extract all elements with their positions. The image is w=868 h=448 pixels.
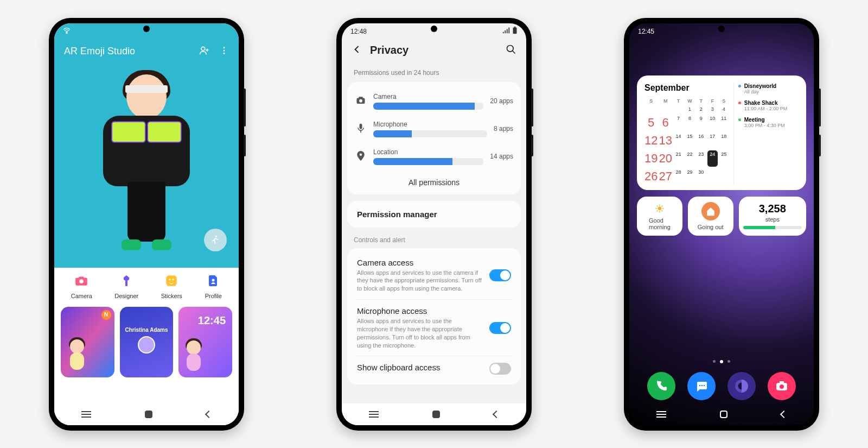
contact-name: Christina Adams bbox=[125, 327, 168, 333]
svg-point-19 bbox=[360, 153, 362, 156]
toggle-switch[interactable] bbox=[489, 322, 511, 334]
svg-point-26 bbox=[780, 384, 784, 389]
app-title: AR Emoji Studio bbox=[64, 46, 199, 57]
perm-row-location[interactable]: Location 14 apps bbox=[355, 143, 513, 171]
svg-rect-12 bbox=[513, 28, 517, 34]
messages-icon[interactable] bbox=[687, 372, 716, 400]
permission-manager[interactable]: Permission manager bbox=[347, 201, 521, 228]
nav-back[interactable] bbox=[205, 410, 213, 418]
toggle-switch[interactable] bbox=[489, 363, 511, 375]
perm-bar-fill bbox=[373, 130, 412, 137]
tool-camera[interactable]: Camera bbox=[71, 272, 92, 299]
svg-point-5 bbox=[215, 235, 217, 237]
svg-point-4 bbox=[224, 52, 225, 54]
template-card-2[interactable]: Christina Adams bbox=[120, 307, 174, 377]
toggle-switch[interactable] bbox=[489, 269, 511, 281]
svg-point-6 bbox=[79, 279, 84, 283]
svg-point-14 bbox=[507, 45, 514, 52]
template-card-1[interactable]: N bbox=[61, 307, 114, 377]
profile-icon bbox=[205, 272, 222, 289]
perm-name: Location bbox=[373, 148, 483, 156]
volume-button[interactable] bbox=[244, 89, 246, 127]
power-button[interactable] bbox=[819, 135, 821, 156]
perm-row-microphone[interactable]: Microphone 8 apps bbox=[355, 115, 513, 143]
svg-point-9 bbox=[169, 279, 170, 280]
steps-widget[interactable]: 3,258 steps bbox=[739, 197, 806, 236]
calendar-event[interactable]: DisneyworldAll day bbox=[738, 83, 799, 94]
nav-recent[interactable] bbox=[656, 414, 666, 415]
perm-row-camera[interactable]: Camera 20 apps bbox=[355, 87, 513, 115]
tool-designer[interactable]: Designer bbox=[114, 272, 138, 299]
power-button[interactable] bbox=[244, 135, 246, 156]
permission-usage-card: Camera 20 apps Microphone 8 apps Locatio… bbox=[347, 82, 521, 194]
svg-point-16 bbox=[359, 99, 362, 102]
svg-point-2 bbox=[224, 47, 225, 48]
tool-profile[interactable]: Profile bbox=[205, 272, 222, 299]
battery-icon bbox=[512, 27, 518, 36]
perm-count: 8 apps bbox=[494, 125, 513, 132]
svg-point-1 bbox=[201, 47, 205, 51]
browser-icon[interactable] bbox=[727, 372, 756, 400]
control-clipboard-access[interactable]: Show clipboard access bbox=[357, 356, 511, 381]
camera-icon[interactable] bbox=[768, 372, 796, 400]
emoji-avatar[interactable] bbox=[98, 69, 195, 254]
signal-icon bbox=[502, 27, 510, 35]
app-header: AR Emoji Studio bbox=[54, 40, 239, 64]
svg-point-20 bbox=[699, 384, 701, 386]
control-desc: Allows apps and services to use the came… bbox=[357, 269, 483, 293]
template-cards: N Christina Adams 12:45 bbox=[60, 307, 233, 377]
calendar-event[interactable]: Shake Shack11:00 AM - 2:00 PM bbox=[738, 100, 799, 111]
nav-back[interactable] bbox=[493, 410, 500, 418]
calendar-widget[interactable]: September SMTWTFS12345678910111213141516… bbox=[637, 75, 806, 190]
svg-rect-27 bbox=[780, 381, 784, 383]
routine-widget[interactable]: Going out bbox=[688, 197, 733, 236]
calendar-grid: September SMTWTFS12345678910111213141516… bbox=[644, 83, 729, 185]
svg-rect-17 bbox=[359, 97, 363, 98]
nav-bar bbox=[54, 403, 239, 425]
nav-home[interactable] bbox=[145, 411, 152, 418]
phone-icon[interactable] bbox=[647, 372, 675, 400]
tool-label: Stickers bbox=[161, 293, 182, 299]
svg-rect-18 bbox=[360, 123, 362, 129]
steps-value: 3,258 bbox=[759, 203, 786, 215]
perm-name: Camera bbox=[373, 93, 483, 100]
controls-group: Camera access Allows apps and services t… bbox=[347, 248, 521, 385]
nav-home[interactable] bbox=[720, 411, 727, 418]
nav-recent[interactable] bbox=[369, 414, 379, 415]
back-icon[interactable] bbox=[352, 44, 362, 57]
front-camera bbox=[143, 26, 150, 32]
calendar-event[interactable]: Meeting3:00 PM - 4:30 PM bbox=[738, 117, 799, 128]
svg-point-11 bbox=[212, 279, 215, 281]
calendar-month: September bbox=[644, 83, 729, 93]
nav-back[interactable] bbox=[780, 410, 788, 418]
nav-home[interactable] bbox=[432, 411, 440, 418]
emoji-hero: AR Emoji Studio bbox=[54, 23, 239, 268]
all-permissions-link[interactable]: All permissions bbox=[355, 171, 513, 191]
tool-stickers[interactable]: Stickers bbox=[161, 272, 182, 299]
control-camera-access[interactable]: Camera access Allows apps and services t… bbox=[357, 251, 511, 300]
nav-bar bbox=[629, 403, 814, 425]
more-icon[interactable] bbox=[219, 46, 229, 58]
template-card-3[interactable]: 12:45 bbox=[178, 307, 232, 377]
search-icon[interactable] bbox=[506, 44, 516, 57]
page-indicator bbox=[629, 360, 814, 363]
perm-name: Microphone bbox=[373, 121, 487, 128]
page-title: Privacy bbox=[370, 44, 498, 56]
phone-ar-emoji: AR Emoji Studio Camera bbox=[49, 18, 244, 431]
weather-widget[interactable]: ☀ Goodmorning bbox=[637, 197, 682, 236]
routine-label: Going out bbox=[698, 224, 724, 230]
controls-section-label: Controls and alert bbox=[342, 228, 526, 248]
svg-rect-7 bbox=[125, 281, 127, 286]
motion-fab[interactable] bbox=[204, 229, 227, 251]
add-user-icon[interactable] bbox=[199, 45, 209, 58]
power-button[interactable] bbox=[531, 135, 533, 156]
location-icon bbox=[355, 151, 367, 162]
volume-button[interactable] bbox=[819, 89, 821, 127]
volume-button[interactable] bbox=[531, 89, 533, 127]
sun-icon: ☀ bbox=[654, 202, 665, 216]
nav-bar bbox=[342, 403, 526, 425]
svg-rect-13 bbox=[514, 27, 516, 28]
nav-recent[interactable] bbox=[81, 414, 91, 415]
svg-point-21 bbox=[701, 384, 703, 386]
control-microphone-access[interactable]: Microphone access Allows apps and servic… bbox=[357, 300, 511, 356]
